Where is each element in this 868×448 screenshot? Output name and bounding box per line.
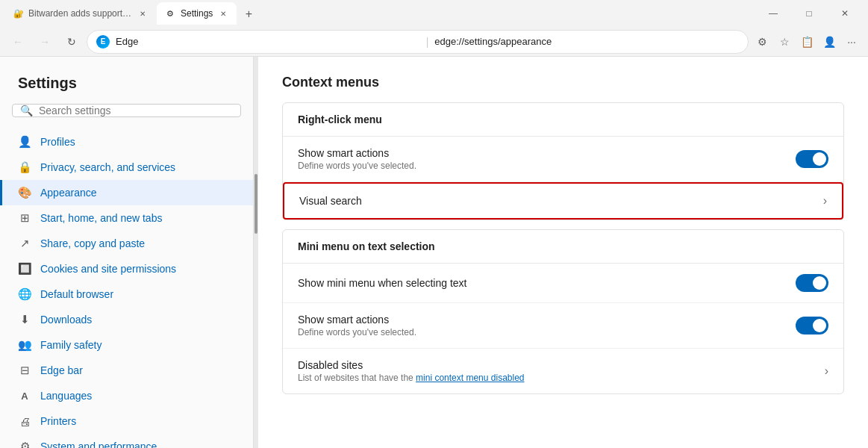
disabled-sites-link[interactable]: mini context menu disabled [416,373,524,383]
address-url: edge://settings/appearance [434,36,739,47]
show-mini-menu-info: Show mini menu when selecting text [298,277,466,289]
visual-search-row[interactable]: Visual search › [283,182,843,220]
sidebar-label-start-home: Start, home, and new tabs [40,212,162,224]
start-home-icon: ⊞ [18,211,31,225]
tab-title-bitwarden: Bitwarden adds support for Sim... [28,8,133,19]
tab-title-settings: Settings [181,8,213,19]
mini-menu-smart-actions-desc: Define words you've selected. [298,327,416,337]
family-safety-icon: 👥 [18,338,31,352]
edge-label: Edge [116,36,420,47]
sidebar-label-languages: Languages [40,390,92,402]
search-box[interactable]: 🔍 [12,104,241,117]
visual-search-label: Visual search [299,195,362,207]
minimize-button[interactable]: — [756,0,790,27]
tab-favicon-bitwarden: 🔐 [13,7,24,19]
sidebar-item-start-home[interactable]: ⊞ Start, home, and new tabs [0,205,253,231]
sidebar-label-profiles: Profiles [40,136,75,148]
tab-close-bitwarden[interactable]: ✕ [137,7,148,19]
sidebar-item-profiles[interactable]: 👤 Profiles [0,129,253,155]
sidebar-label-family-safety: Family safety [40,339,102,351]
sidebar-item-appearance[interactable]: 🎨 Appearance [0,180,253,205]
show-mini-menu-toggle[interactable] [796,274,828,292]
right-click-menu-card: Right-click menu Show smart actions Defi… [282,102,844,220]
edge-logo: E [96,35,110,49]
show-smart-actions-desc: Define words you've selected. [298,161,416,171]
toolbar-icons: ⚙ ☆ 📋 👤 ··· [752,31,862,52]
titlebar: 🔐 Bitwarden adds support for Sim... ✕ ⚙ … [0,0,868,27]
sidebar-title: Settings [0,69,253,104]
disabled-sites-row[interactable]: Disabled sites List of websites that hav… [283,349,843,393]
profile-icon[interactable]: 👤 [819,31,840,52]
section-title: Context menus [282,75,844,90]
sidebar-label-cookies: Cookies and site permissions [40,263,176,275]
addressbar: ← → ↻ E Edge | edge://settings/appearanc… [0,27,868,57]
profiles-icon: 👤 [18,135,31,149]
privacy-icon: 🔒 [18,161,31,174]
mini-menu-smart-actions-label: Show smart actions [298,314,416,326]
tab-close-settings[interactable]: ✕ [217,7,229,19]
back-button[interactable]: ← [6,30,30,54]
sidebar-label-privacy: Privacy, search, and services [40,161,175,173]
sidebar-item-languages[interactable]: A Languages [0,383,253,408]
sidebar-item-privacy[interactable]: 🔒 Privacy, search, and services [0,155,253,180]
search-icon: 🔍 [20,105,33,116]
maximize-button[interactable]: □ [792,0,826,27]
more-icon[interactable]: ··· [841,31,862,52]
default-browser-icon: 🌐 [18,287,31,301]
tab-bitwarden[interactable]: 🔐 Bitwarden adds support for Sim... ✕ [6,2,155,25]
appearance-icon: 🎨 [18,186,31,199]
mini-menu-card-header: Mini menu on text selection [283,230,843,264]
sidebar-item-printers[interactable]: 🖨 Printers [0,408,253,434]
share-copy-icon: ↗ [18,237,31,250]
show-mini-menu-label: Show mini menu when selecting text [298,277,466,289]
sidebar-item-default-browser[interactable]: 🌐 Default browser [0,281,253,307]
disabled-sites-chevron: › [825,364,828,378]
edge-bar-icon: ⊟ [18,364,31,377]
show-smart-actions-toggle[interactable] [796,150,828,168]
sidebar-label-share-copy: Share, copy and paste [40,237,145,249]
address-box[interactable]: E Edge | edge://settings/appearance [87,30,749,54]
mini-menu-smart-actions-row: Show smart actions Define words you've s… [283,303,843,349]
scrollbar-thumb[interactable] [255,174,257,234]
sidebar-item-downloads[interactable]: ⬇ Downloads [0,307,253,332]
printers-icon: 🖨 [18,414,31,428]
tab-bar: 🔐 Bitwarden adds support for Sim... ✕ ⚙ … [6,2,756,25]
disabled-sites-desc: List of websites that have the mini cont… [298,373,525,383]
disabled-sites-label: Disabled sites [298,359,525,371]
sidebar-item-family-safety[interactable]: 👥 Family safety [0,332,253,358]
sidebar-label-printers: Printers [40,415,76,427]
mini-menu-card: Mini menu on text selection Show mini me… [282,229,844,394]
favorites-icon[interactable]: ☆ [774,31,795,52]
right-click-card-header: Right-click menu [283,103,843,137]
system-icon: ⚙ [18,440,31,448]
show-smart-actions-label: Show smart actions [298,147,416,159]
mini-menu-smart-actions-toggle[interactable] [796,317,828,335]
mini-menu-smart-actions-info: Show smart actions Define words you've s… [298,314,416,337]
sidebar-item-edge-bar[interactable]: ⊟ Edge bar [0,358,253,383]
sidebar-label-appearance: Appearance [40,187,97,199]
disabled-sites-info: Disabled sites List of websites that hav… [298,359,525,383]
sidebar-scrollbar[interactable] [254,57,258,448]
sidebar-item-cookies[interactable]: 🔲 Cookies and site permissions [0,256,253,281]
sidebar: Settings 🔍 👤 Profiles 🔒 Privacy, search,… [0,57,254,448]
settings-icon[interactable]: ⚙ [752,31,772,52]
show-mini-menu-row: Show mini menu when selecting text [283,264,843,303]
close-button[interactable]: ✕ [828,0,862,27]
search-input[interactable] [39,105,233,116]
tab-settings[interactable]: ⚙ Settings ✕ [157,2,237,25]
forward-button[interactable]: → [33,30,57,54]
tab-favicon-settings: ⚙ [164,7,176,19]
cookies-icon: 🔲 [18,262,31,276]
sidebar-item-system[interactable]: ⚙ System and performance [0,434,253,448]
show-smart-actions-row: Show smart actions Define words you've s… [283,137,843,182]
new-tab-button[interactable]: + [238,4,259,25]
show-smart-actions-info: Show smart actions Define words you've s… [298,147,416,171]
window-controls: — □ ✕ [756,0,862,27]
collections-icon[interactable]: 📋 [796,31,817,52]
languages-icon: A [18,389,31,402]
sidebar-label-system: System and performance [40,441,157,448]
sidebar-label-edge-bar: Edge bar [40,364,83,376]
browser-content: Settings 🔍 👤 Profiles 🔒 Privacy, search,… [0,57,868,448]
refresh-button[interactable]: ↻ [60,30,84,54]
sidebar-item-share-copy[interactable]: ↗ Share, copy and paste [0,231,253,256]
